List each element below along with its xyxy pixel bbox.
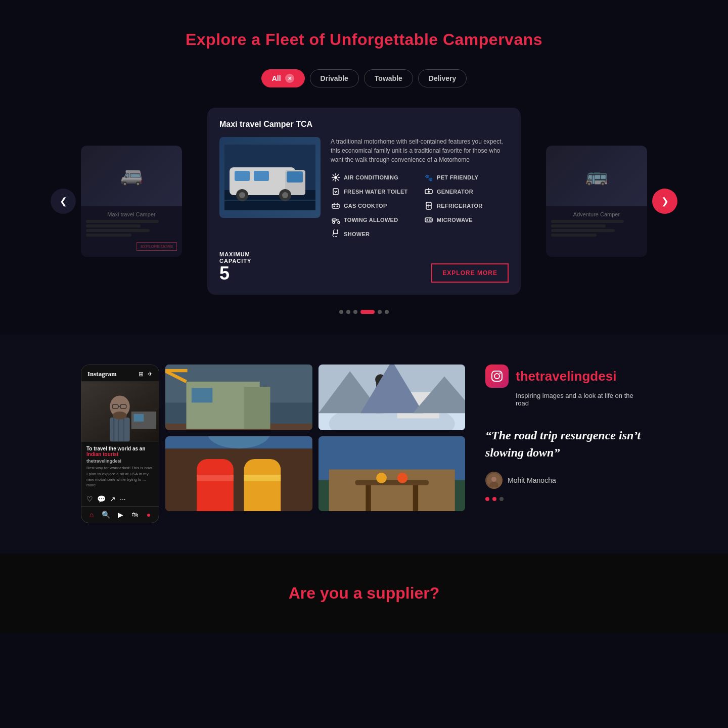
phone-nav-shop[interactable]: 🛍: [131, 511, 139, 519]
filter-all[interactable]: All ✕: [261, 69, 305, 87]
carousel-side-right: 🚌 Adventure Camper: [546, 146, 647, 257]
phone-desc: Best way for wanderlust! This is how I p…: [86, 465, 154, 488]
svg-line-19: [337, 174, 339, 176]
svg-rect-86: [355, 480, 428, 485]
photo-tile-4: [318, 436, 466, 511]
close-icon[interactable]: ✕: [285, 74, 294, 83]
photo-tile-1: [165, 365, 312, 430]
supplier-title: Are you a supplier?: [30, 584, 698, 603]
svg-point-93: [494, 374, 499, 379]
carousel-next-button[interactable]: ❯: [652, 189, 677, 214]
phone-action-comment[interactable]: 💬: [97, 495, 106, 503]
photo-2-svg: [165, 436, 312, 511]
svg-rect-6: [287, 171, 303, 183]
pet-friendly-icon: 🐾: [424, 172, 434, 183]
feature-refrigerator: REFRIGERATOR: [424, 201, 509, 211]
card-body: A traditional motorhome with self-contai…: [219, 137, 509, 247]
dot-2[interactable]: [346, 310, 350, 314]
author-avatar-svg: [487, 473, 501, 487]
dot-4-active[interactable]: [360, 310, 375, 314]
feature-fresh-water-toilet: FRESH WATER TOILET: [331, 187, 416, 197]
photo-tile-3: [318, 365, 466, 430]
ig-handle: thetravelingdesi: [516, 369, 616, 384]
fleet-section: Explore a Fleet of Unforgettable Camperv…: [0, 0, 728, 334]
card-info: A traditional motorhome with self-contai…: [331, 137, 509, 247]
filter-tabs: All ✕ Drivable Towable Delivery: [0, 69, 728, 87]
photo-tile-2: [165, 436, 312, 511]
svg-point-36: [333, 221, 335, 223]
phone-nav-profile[interactable]: ●: [147, 511, 151, 519]
svg-point-37: [338, 221, 340, 223]
dot-3[interactable]: [353, 310, 357, 314]
ig-author-avatar: [485, 472, 503, 489]
ig-dot-1[interactable]: [485, 497, 489, 501]
card-description: A traditional motorhome with self-contai…: [331, 137, 509, 164]
phone-action-heart[interactable]: ♡: [86, 495, 93, 503]
filter-towable[interactable]: Towable: [364, 69, 413, 87]
phone-nav-home[interactable]: ⌂: [89, 511, 94, 519]
svg-point-41: [333, 236, 334, 237]
shower-icon: [331, 229, 341, 239]
phone-action-share[interactable]: ↗: [110, 495, 116, 503]
ig-author-name: Mohit Manocha: [508, 476, 556, 484]
filter-delivery[interactable]: Delivery: [418, 69, 467, 87]
phone-nav-reels[interactable]: ▶: [118, 511, 123, 519]
svg-point-24: [428, 191, 430, 193]
phone-image: [81, 381, 159, 442]
dot-5[interactable]: [378, 310, 382, 314]
svg-rect-68: [197, 459, 234, 511]
ig-author: Mohit Manocha: [485, 472, 647, 489]
dot-1[interactable]: [339, 310, 343, 314]
ig-dot-3[interactable]: [499, 497, 504, 501]
svg-rect-55: [134, 414, 144, 422]
photo-col-2: [318, 365, 466, 523]
svg-rect-21: [333, 189, 338, 195]
ig-dot-2[interactable]: [492, 497, 496, 501]
svg-rect-50: [110, 418, 129, 441]
svg-rect-62: [192, 388, 213, 403]
phone-person-svg: [81, 381, 159, 442]
features-grid: AIR CONDITIONING 🐾 PET FRIENDLY FRESH WA…: [331, 172, 509, 239]
svg-line-20: [333, 179, 334, 180]
photo-4-svg: [318, 436, 466, 511]
gas-cooktop-icon: [331, 201, 341, 211]
ig-quote: “The road trip resurgence isn’t slowing …: [485, 427, 647, 461]
instagram-logo: Instagram: [87, 370, 117, 378]
svg-rect-85: [329, 470, 454, 511]
photo-col-1: [165, 365, 312, 523]
feature-towing-allowed: TOWING ALLOWED: [331, 215, 416, 225]
svg-point-40: [427, 219, 428, 221]
fresh-water-toilet-icon: [331, 187, 341, 197]
explore-more-button[interactable]: EXPLORE MORE: [431, 263, 509, 283]
feature-generator: GENERATOR: [424, 187, 509, 197]
carousel-prev-button[interactable]: ❮: [51, 189, 76, 214]
dot-6[interactable]: [385, 310, 389, 314]
instagram-phone: Instagram ⊞ ✈: [81, 365, 159, 523]
instagram-icon: [485, 365, 509, 388]
chevron-right-icon: ❯: [661, 196, 669, 207]
air-conditioning-icon: [331, 172, 341, 183]
svg-rect-71: [244, 475, 281, 481]
svg-point-43: [336, 236, 337, 237]
svg-rect-70: [197, 475, 234, 481]
phone-nav-search[interactable]: 🔍: [102, 511, 110, 519]
microwave-icon: [424, 215, 434, 225]
svg-point-56: [113, 412, 127, 420]
fleet-title: Explore a Fleet of Unforgettable Camperv…: [0, 30, 728, 49]
svg-point-90: [397, 473, 407, 483]
side-explore-btn[interactable]: EXPLORE MORE: [136, 242, 177, 251]
svg-rect-39: [429, 219, 431, 221]
instagram-logo-svg: [490, 370, 504, 383]
carousel-side-left: 🚐 Maxi travel Camper EXPLORE MORE: [81, 146, 182, 257]
phone-action-more[interactable]: ···: [120, 495, 126, 503]
ig-testimonial-dots: [485, 497, 647, 501]
capacity: MAXIMUMCAPACITY 5: [219, 251, 251, 283]
instagram-section: Instagram ⊞ ✈: [0, 334, 728, 554]
svg-rect-69: [244, 459, 281, 511]
svg-rect-34: [332, 219, 336, 221]
filter-drivable[interactable]: Drivable: [310, 69, 359, 87]
phone-icon-grid: ⊞: [139, 371, 144, 378]
svg-rect-30: [426, 202, 431, 209]
svg-rect-5: [254, 171, 269, 181]
phone-account: thetravelingdesi: [86, 459, 154, 464]
